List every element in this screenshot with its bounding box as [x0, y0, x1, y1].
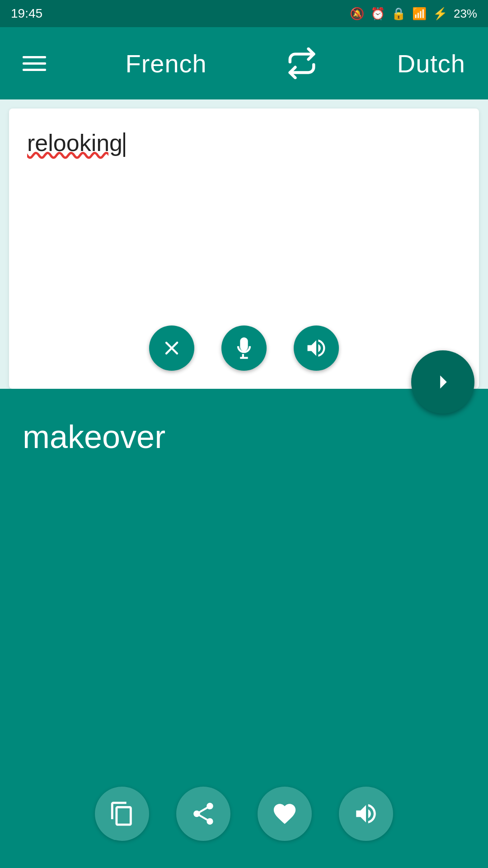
- status-time: 19:45: [11, 6, 42, 21]
- share-button[interactable]: [176, 787, 230, 841]
- copy-button[interactable]: [95, 787, 149, 841]
- screen-lock-icon: 🔒: [391, 7, 406, 21]
- source-input[interactable]: relooking: [9, 108, 479, 312]
- source-action-buttons: [9, 312, 479, 389]
- translate-button[interactable]: [411, 350, 474, 414]
- toolbar: French Dutch: [0, 27, 488, 99]
- target-language-label[interactable]: Dutch: [397, 49, 465, 78]
- speak-result-button[interactable]: [339, 787, 393, 841]
- notification-muted-icon: 🔕: [350, 7, 364, 21]
- source-panel-wrapper: relooking: [0, 99, 488, 389]
- menu-button[interactable]: [23, 56, 46, 71]
- clear-button[interactable]: [149, 326, 194, 371]
- speak-source-button[interactable]: [294, 326, 339, 371]
- main-content: relooking: [0, 99, 488, 868]
- text-cursor: [123, 132, 125, 157]
- source-panel: relooking: [9, 108, 479, 389]
- battery-level: 23%: [454, 7, 477, 21]
- battery-icon: ⚡: [433, 7, 447, 21]
- source-text-value: relooking: [27, 130, 122, 156]
- status-icons: 🔕 ⏰ 🔒 📶 ⚡ 23%: [350, 7, 477, 21]
- target-action-buttons: [0, 787, 488, 841]
- translation-result: makeover: [23, 416, 465, 458]
- target-panel: makeover: [0, 389, 488, 868]
- favorite-button[interactable]: [258, 787, 312, 841]
- status-bar: 19:45 🔕 ⏰ 🔒 📶 ⚡ 23%: [0, 0, 488, 27]
- alarm-icon: ⏰: [371, 7, 385, 21]
- signal-icon: 📶: [412, 7, 427, 21]
- swap-languages-button[interactable]: [286, 47, 318, 79]
- microphone-button[interactable]: [221, 326, 267, 371]
- source-language-label[interactable]: French: [125, 49, 206, 78]
